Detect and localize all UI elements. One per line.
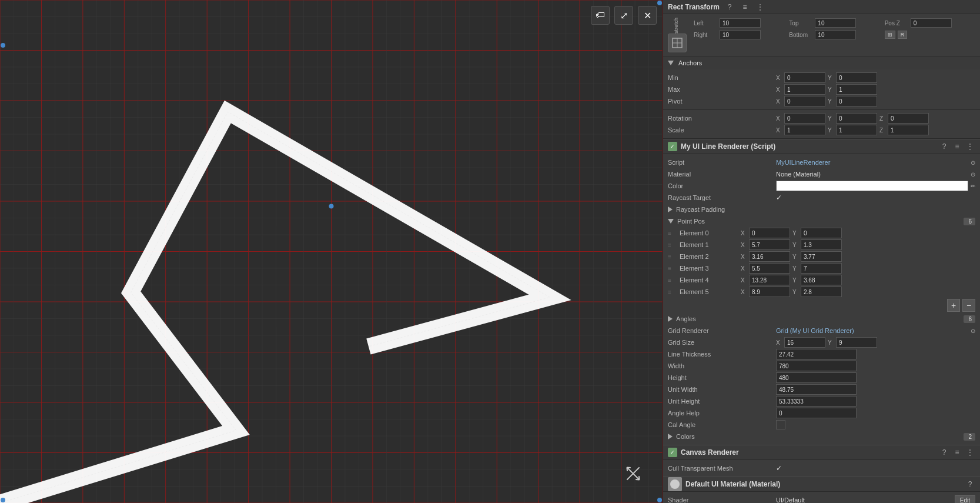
cull-mesh-checkbox[interactable]: ✓ — [776, 464, 782, 472]
el5-x[interactable] — [749, 287, 790, 297]
rotation-y[interactable] — [836, 113, 877, 124]
element-3-row: ≡ Element 3 X Y — [668, 262, 975, 274]
anchors-max-y[interactable] — [836, 84, 877, 95]
anchors-max-x[interactable] — [784, 84, 825, 95]
colors-triangle[interactable] — [668, 434, 673, 439]
grid-renderer-circle-icon[interactable]: ⊙ — [971, 328, 975, 334]
element-2-handle: ≡ — [668, 254, 677, 260]
el1-x[interactable] — [749, 239, 790, 250]
angles-triangle[interactable] — [668, 316, 673, 322]
edit-button[interactable]: Edit — [955, 495, 975, 503]
width-input[interactable] — [776, 361, 857, 371]
line-renderer-content: Script MyUILineRenderer ⊙ Material None … — [663, 154, 980, 445]
grid-size-x[interactable] — [784, 337, 825, 348]
grid-renderer-value[interactable]: Grid (My UI Grid Renderer) — [776, 327, 968, 334]
height-input[interactable] — [776, 372, 857, 383]
cr-overflow-icon[interactable]: ⋮ — [965, 448, 975, 457]
pivot-y[interactable] — [836, 96, 877, 106]
line-thickness-input[interactable] — [776, 349, 857, 359]
element-3-handle: ≡ — [668, 265, 677, 272]
angles-label: Angles — [676, 315, 782, 322]
rotation-z[interactable] — [888, 113, 929, 124]
tag-button[interactable]: 🏷 — [591, 6, 610, 25]
rotation-label: Rotation — [668, 115, 774, 122]
rect-fields: Left Right Top Bottom — [694, 18, 975, 40]
element-5-label: Element 5 — [680, 288, 738, 295]
r-button[interactable]: R — [898, 31, 908, 39]
raycast-target-checkbox[interactable]: ✓ — [776, 194, 782, 202]
angle-help-label: Angle Help — [668, 409, 774, 417]
angles-count: 6 — [964, 315, 975, 323]
el5-y[interactable] — [801, 287, 842, 297]
line-thickness-label: Line Thickness — [668, 351, 774, 358]
top-input[interactable] — [815, 18, 856, 28]
point-pos-triangle[interactable] — [668, 219, 674, 224]
el3-x[interactable] — [749, 263, 790, 274]
cr-menu-icon[interactable]: ≡ — [952, 448, 962, 457]
close-button[interactable]: ✕ — [638, 6, 657, 25]
mat-help-icon[interactable]: ? — [965, 480, 975, 488]
rotation-x[interactable] — [784, 113, 825, 124]
grid-size-y[interactable] — [836, 337, 877, 348]
posz-label: Pos Z — [885, 20, 908, 26]
anchors-header[interactable]: Anchors — [663, 56, 980, 69]
material-label: Material — [668, 171, 774, 178]
unit-height-label: Unit Height — [668, 398, 774, 405]
color-swatch[interactable] — [776, 181, 968, 191]
overflow-icon[interactable]: ⋮ — [755, 3, 765, 11]
el2-y[interactable] — [801, 251, 842, 262]
el4-y[interactable] — [801, 275, 842, 285]
script-circle-icon[interactable]: ⊙ — [971, 159, 975, 166]
element-1-handle: ≡ — [668, 242, 677, 248]
script-label: Script — [668, 159, 774, 166]
lr-help-icon[interactable]: ? — [939, 142, 949, 151]
angle-help-input[interactable] — [776, 408, 857, 418]
right-input[interactable] — [720, 30, 761, 39]
anchors-min-y[interactable] — [836, 72, 877, 83]
el3-y[interactable] — [801, 263, 842, 274]
el1-y[interactable] — [801, 239, 842, 250]
lr-overflow-icon[interactable]: ⋮ — [965, 142, 975, 151]
width-label: Width — [668, 362, 774, 369]
remove-element-button[interactable]: − — [962, 299, 975, 312]
point-pos-label: Point Pos — [677, 218, 783, 225]
color-edit-icon[interactable]: ✏ — [971, 183, 975, 189]
el0-y[interactable] — [801, 228, 842, 238]
grid-size-label: Grid Size — [668, 339, 774, 346]
expand-button[interactable]: ⤢ — [614, 6, 633, 25]
raycast-padding-triangle[interactable] — [668, 206, 673, 212]
left-input[interactable] — [720, 18, 761, 28]
el4-x[interactable] — [749, 275, 790, 285]
lr-menu-icon[interactable]: ≡ — [952, 142, 962, 151]
unit-height-input[interactable] — [776, 396, 857, 407]
cal-angle-checkbox[interactable] — [776, 420, 785, 429]
anchors-min-x[interactable] — [784, 72, 825, 83]
posz-input[interactable] — [911, 18, 952, 28]
cr-help-icon[interactable]: ? — [939, 448, 949, 457]
el2-x[interactable] — [749, 251, 790, 262]
anchors-max-label: Max — [668, 86, 774, 93]
scale-z[interactable] — [888, 125, 929, 135]
scale-y[interactable] — [836, 125, 877, 135]
scale-x[interactable] — [784, 125, 825, 135]
canvas-renderer-header: ✓ Canvas Renderer ? ≡ ⋮ — [663, 445, 980, 460]
stretch-label: stretch — [673, 18, 679, 34]
material-circle-icon[interactable]: ⊙ — [971, 171, 975, 178]
stretch-icon[interactable] — [668, 34, 687, 52]
unit-width-input[interactable] — [776, 384, 857, 395]
script-value[interactable]: MyUILineRenderer — [776, 159, 830, 166]
pivot-x[interactable] — [784, 96, 825, 106]
bp-button[interactable]: ⊞ — [885, 31, 895, 39]
element-5-row: ≡ Element 5 X Y — [668, 286, 975, 298]
rect-transform-content: stretch Left Right — [663, 14, 980, 56]
color-label: Color — [668, 182, 774, 189]
point-pos-count: 6 — [964, 218, 975, 225]
bottom-input[interactable] — [815, 30, 856, 39]
add-element-button[interactable]: + — [947, 299, 960, 312]
element-0-label: Element 0 — [680, 229, 738, 236]
help-icon[interactable]: ? — [724, 3, 735, 11]
element-4-handle: ≡ — [668, 277, 677, 284]
viewport-toolbar: 🏷 ⤢ ✕ — [591, 6, 657, 25]
menu-icon[interactable]: ≡ — [740, 3, 750, 11]
el0-x[interactable] — [749, 228, 790, 238]
